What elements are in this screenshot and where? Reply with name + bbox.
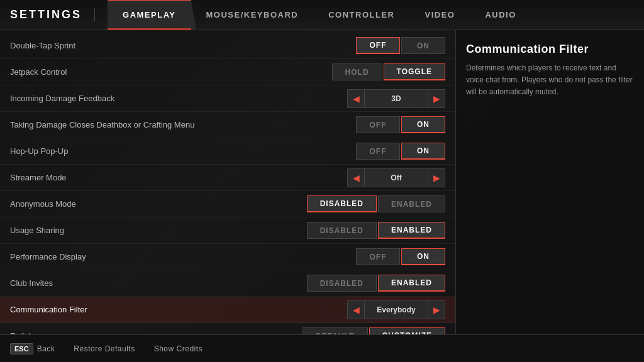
- toggle-btn-performance-display-on[interactable]: On: [401, 248, 445, 265]
- page-title: SETTINGS: [10, 8, 95, 21]
- setting-row-jetpack-control: Jetpack ControlHoldToggle: [0, 59, 455, 85]
- restore-defaults-label: Restore Defaults: [74, 344, 135, 353]
- toggle-group-jetpack-control: HoldToggle: [332, 63, 445, 80]
- tab-video[interactable]: VIDEO: [409, 0, 470, 30]
- arrow-value-incoming-damage-feedback: 3D: [365, 89, 428, 108]
- footer-back[interactable]: ESC Back: [10, 343, 55, 354]
- back-label: Back: [37, 344, 55, 353]
- setting-label-streamer-mode: Streamer Mode: [10, 173, 67, 182]
- arrow-control-streamer-mode: ◀Off▶: [347, 168, 445, 187]
- toggle-btn-anonymous-mode-enabled[interactable]: Enabled: [378, 195, 445, 212]
- toggle-btn-club-invites-enabled[interactable]: Enabled: [378, 275, 445, 292]
- arrow-control-communication-filter: ◀Everybody▶: [347, 300, 445, 319]
- setting-control-hop-up-popup: OffOn: [356, 143, 445, 160]
- toggle-btn-usage-sharing-disabled[interactable]: Disabled: [307, 222, 377, 239]
- setting-control-usage-sharing: DisabledEnabled: [307, 222, 445, 239]
- info-description: Determines which players to receive text…: [466, 62, 634, 99]
- setting-control-club-invites: DisabledEnabled: [307, 275, 445, 292]
- toggle-btn-reticle-customize[interactable]: Customize: [369, 327, 445, 334]
- nav-tabs: GAMEPLAY MOUSE/KEYBOARD CONTROLLER VIDEO…: [108, 0, 531, 30]
- setting-row-anonymous-mode: Anonymous ModeDisabledEnabled: [0, 191, 455, 217]
- toggle-group-usage-sharing: DisabledEnabled: [307, 222, 445, 239]
- setting-row-incoming-damage-feedback: Incoming Damage Feedback◀3D▶: [0, 85, 455, 112]
- toggle-group-hop-up-popup: OffOn: [356, 143, 445, 160]
- esc-key: ESC: [10, 343, 33, 354]
- setting-row-usage-sharing: Usage SharingDisabledEnabled: [0, 217, 455, 244]
- arrow-right-btn-incoming-damage-feedback[interactable]: ▶: [428, 89, 445, 108]
- toggle-btn-performance-display-off[interactable]: Off: [356, 248, 400, 265]
- setting-control-jetpack-control: HoldToggle: [332, 63, 445, 80]
- arrow-left-btn-incoming-damage-feedback[interactable]: ◀: [347, 89, 365, 108]
- arrow-left-btn-communication-filter[interactable]: ◀: [347, 300, 365, 319]
- tab-gameplay[interactable]: GAMEPLAY: [108, 0, 191, 30]
- setting-label-performance-display: Performance Display: [10, 252, 86, 261]
- setting-row-hop-up-popup: Hop-Up Pop-UpOffOn: [0, 138, 455, 165]
- toggle-btn-double-tap-sprint-off[interactable]: Off: [356, 37, 400, 54]
- setting-row-performance-display: Performance DisplayOffOn: [0, 244, 455, 270]
- toggle-btn-jetpack-control-hold[interactable]: Hold: [332, 63, 382, 80]
- toggle-group-anonymous-mode: DisabledEnabled: [307, 195, 445, 212]
- toggle-group-club-invites: DisabledEnabled: [307, 275, 445, 292]
- toggle-group-reticle: DefaultCustomize: [303, 327, 445, 334]
- settings-panel: Double-Tap SprintOffOnJetpack ControlHol…: [0, 30, 455, 334]
- toggle-btn-club-invites-disabled[interactable]: Disabled: [307, 275, 377, 292]
- arrow-right-btn-streamer-mode[interactable]: ▶: [428, 168, 445, 187]
- footer-restore-defaults[interactable]: Restore Defaults: [74, 344, 135, 353]
- setting-label-usage-sharing: Usage Sharing: [10, 226, 64, 235]
- arrow-right-btn-communication-filter[interactable]: ▶: [428, 300, 445, 319]
- toggle-btn-hop-up-popup-on[interactable]: On: [401, 143, 445, 160]
- toggle-group-double-tap-sprint: OffOn: [356, 37, 445, 54]
- footer: ESC Back Restore Defaults Show Credits: [0, 334, 644, 362]
- arrow-left-btn-streamer-mode[interactable]: ◀: [347, 168, 365, 187]
- setting-label-double-tap-sprint: Double-Tap Sprint: [10, 41, 75, 50]
- toggle-btn-double-tap-sprint-on[interactable]: On: [401, 37, 445, 54]
- setting-label-communication-filter: Communication Filter: [10, 305, 87, 314]
- arrow-value-streamer-mode: Off: [365, 168, 428, 187]
- setting-control-double-tap-sprint: OffOn: [356, 37, 445, 54]
- setting-row-taking-damage-closes: Taking Damage Closes Deathbox or Craftin…: [0, 112, 455, 138]
- info-title: Communication Filter: [466, 43, 634, 56]
- setting-row-communication-filter: Communication Filter◀Everybody▶: [0, 297, 455, 323]
- toggle-btn-usage-sharing-enabled[interactable]: Enabled: [378, 222, 445, 239]
- toggle-group-taking-damage-closes: OffOn: [356, 116, 445, 133]
- setting-label-jetpack-control: Jetpack Control: [10, 67, 67, 77]
- header: SETTINGS GAMEPLAY MOUSE/KEYBOARD CONTROL…: [0, 0, 644, 30]
- tab-controller[interactable]: CONTROLLER: [313, 0, 409, 30]
- toggle-btn-hop-up-popup-off[interactable]: Off: [356, 143, 400, 160]
- setting-control-anonymous-mode: DisabledEnabled: [307, 195, 445, 212]
- setting-row-reticle: ReticleDefaultCustomize: [0, 323, 455, 334]
- toggle-btn-jetpack-control-toggle[interactable]: Toggle: [384, 63, 445, 80]
- setting-label-club-invites: Club Invites: [10, 278, 53, 288]
- toggle-btn-anonymous-mode-disabled[interactable]: Disabled: [307, 195, 377, 212]
- setting-label-taking-damage-closes: Taking Damage Closes Deathbox or Craftin…: [10, 120, 194, 129]
- tab-audio[interactable]: AUDIO: [470, 0, 531, 30]
- show-credits-label: Show Credits: [154, 344, 203, 353]
- setting-control-reticle: DefaultCustomize: [303, 327, 445, 334]
- setting-control-streamer-mode: ◀Off▶: [347, 168, 445, 187]
- main-content: Double-Tap SprintOffOnJetpack ControlHol…: [0, 30, 644, 334]
- setting-row-club-invites: Club InvitesDisabledEnabled: [0, 270, 455, 297]
- setting-row-double-tap-sprint: Double-Tap SprintOffOn: [0, 33, 455, 59]
- setting-label-hop-up-popup: Hop-Up Pop-Up: [10, 146, 69, 156]
- setting-control-incoming-damage-feedback: ◀3D▶: [347, 89, 445, 108]
- setting-control-performance-display: OffOn: [356, 248, 445, 265]
- setting-label-anonymous-mode: Anonymous Mode: [10, 199, 76, 209]
- setting-control-communication-filter: ◀Everybody▶: [347, 300, 445, 319]
- footer-show-credits[interactable]: Show Credits: [154, 344, 203, 353]
- arrow-control-incoming-damage-feedback: ◀3D▶: [347, 89, 445, 108]
- info-panel: Communication Filter Determines which pl…: [455, 30, 644, 334]
- tab-mouse-keyboard[interactable]: MOUSE/KEYBOARD: [191, 0, 314, 30]
- setting-row-streamer-mode: Streamer Mode◀Off▶: [0, 165, 455, 191]
- toggle-btn-taking-damage-closes-on[interactable]: On: [401, 116, 445, 133]
- toggle-btn-taking-damage-closes-off[interactable]: Off: [356, 116, 400, 133]
- toggle-btn-reticle-default[interactable]: Default: [303, 327, 367, 334]
- settings-list: Double-Tap SprintOffOnJetpack ControlHol…: [0, 30, 455, 334]
- arrow-value-communication-filter: Everybody: [365, 300, 428, 319]
- setting-control-taking-damage-closes: OffOn: [356, 116, 445, 133]
- setting-label-incoming-damage-feedback: Incoming Damage Feedback: [10, 94, 114, 103]
- toggle-group-performance-display: OffOn: [356, 248, 445, 265]
